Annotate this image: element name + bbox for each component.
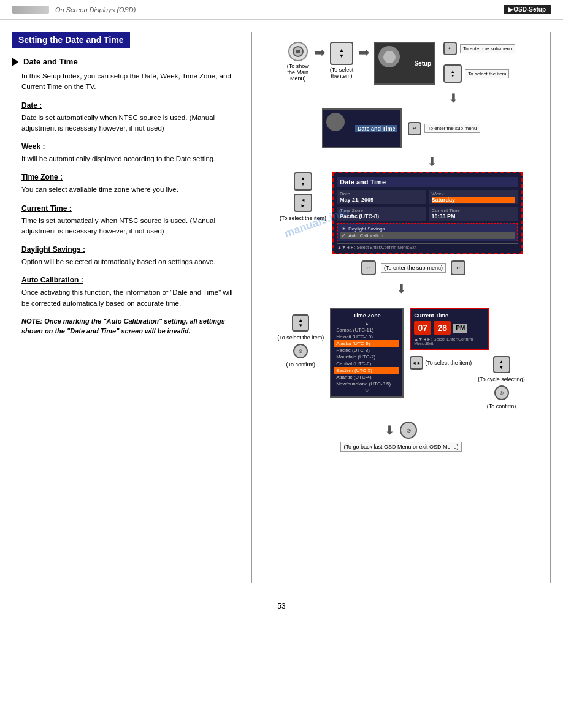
page-header: On Screen Displays (OSD) ▶OSD-Setup — [0, 0, 563, 20]
ct-controls: ◄► (To select the item) ▲▼ (To cycle sel… — [410, 356, 525, 409]
osd-ct-label: Current Time — [432, 208, 516, 213]
osd-date-field: Date May 21, 2005 — [337, 190, 426, 204]
bottom-panels: ▲▼ (To select the item) ◎ (To confirm) T… — [277, 308, 525, 409]
flow-right-arrow2: ➡ — [358, 45, 369, 61]
enter-btn-1[interactable]: ↵ — [443, 42, 457, 55]
ct-title: Current Time — [414, 313, 485, 319]
to-show-main-label: (To showthe MainMenu) — [287, 63, 309, 82]
down-arrow-1: ⬇ — [448, 91, 459, 105]
section-header: Date and Time — [12, 57, 242, 66]
tz-confirm-btn[interactable]: ◎ — [293, 344, 308, 358]
auto-calibration-heading: Auto Calibration : — [21, 275, 242, 286]
tz-arrow-down: ▽ — [334, 387, 399, 393]
osd-select-label: (To select the item) — [280, 215, 326, 221]
osd-nav-lr[interactable]: ◄► — [294, 194, 312, 212]
right-column: manuals.info (To showthe MainMenu) ➡ — [251, 32, 551, 583]
enter-submenu-text2: To enter the sub-menu — [424, 124, 480, 133]
enter-btn-2[interactable]: ↵ — [408, 122, 421, 135]
ct-cycle-label: (To cycle selecting) — [478, 376, 525, 382]
osd-week-value: Saturday — [432, 197, 516, 203]
tz-panel: Time Zone ▲ Samoa (UTC-11) Hawaii (UTC-1… — [330, 308, 404, 398]
osd-date-label: Date — [340, 191, 424, 197]
timezone-text: You can select available time zone where… — [21, 184, 242, 195]
step1-row: (To showthe MainMenu) ➡ ▲ ▼ (To selectth… — [287, 42, 516, 85]
osd-date-week-row: Date May 21, 2005 Week Saturday — [337, 190, 518, 204]
osd-ct-field: Current Time 10:33 PM — [429, 207, 518, 221]
osd-submenu-autocalibration: ✓ Auto Calibration... — [340, 232, 515, 239]
tz-item-alaska[interactable]: Alaska (UTC-9) — [334, 340, 399, 347]
tz-item-atlantic: Atlantic (UTC-4) — [334, 374, 399, 381]
osd-title: Date and Time — [337, 177, 518, 187]
osd-tz-field: Time Zone Pacific (UTC-8) — [337, 207, 426, 221]
tz-left-controls: ▲▼ (To select the item) ◎ (To confirm) — [277, 314, 324, 368]
select-item-annotation1: ▲ ▼ To select the item — [443, 64, 515, 83]
tz-arrow-up: ▲ — [334, 320, 399, 327]
ct-select-group: ◄► (To select the item) — [410, 356, 472, 370]
ct-lr-nav: ◄► (To select the item) — [410, 356, 472, 370]
current-time-text: Time is set automatically when NTSC sour… — [21, 216, 242, 237]
osd-nav-ud[interactable]: ▲▼ — [294, 172, 312, 191]
date-heading: Date : — [21, 100, 242, 111]
enter-submenu-text1: To enter the sub-menu — [460, 44, 515, 53]
osd-date-time-screen: Date and Time Date May 21, 2005 Week Sat… — [332, 172, 523, 254]
section-arrow-icon — [12, 58, 18, 66]
date-text: Date is set automatically when NTSC sour… — [21, 113, 242, 134]
intro-para: In this Setup Index, you can setup the D… — [21, 71, 242, 93]
enter-submenu-annotation1: ↵ To enter the sub-menu — [443, 42, 515, 55]
setup-screen-group: Setup — [374, 42, 435, 85]
main-menu-btn[interactable] — [288, 42, 308, 61]
osd-nav-hint: ▲▼◄►: Select Enter:Confirm Menu:Exit — [337, 243, 518, 249]
osd-submenu-daylight-text: Daylight Savings... — [348, 226, 389, 232]
nav-btn-annotation[interactable]: ▲ ▼ — [443, 64, 462, 83]
daylight-savings-text: Option will be selected automatically ba… — [21, 257, 242, 267]
osd-enter-submenu-row: ↵ (To enter the sub-menu) ↵ — [361, 260, 465, 275]
ct-nav-lr-btn[interactable]: ◄► — [410, 356, 423, 370]
ct-minute: 28 — [434, 321, 451, 335]
final-note: (To go back last OSD Menu or exit OSD Me… — [340, 442, 461, 452]
final-down-arrow: ⬇ — [385, 423, 395, 438]
osd-panel-row: ▲▼ ◄► (To select the item) Date and Time… — [280, 172, 523, 254]
osd-left-controls: ▲▼ ◄► (To select the item) — [280, 172, 326, 221]
step2-row: Date and Time ↵ To enter the sub-menu — [322, 108, 480, 148]
note-text: NOTE: Once marking the "Auto Calibration… — [21, 316, 242, 336]
final-confirm-btn[interactable]: ◎ — [400, 422, 417, 439]
daylight-savings-heading: Daylight Savings : — [21, 244, 242, 255]
flow-right-arrow1: ➡ — [314, 45, 325, 61]
enter-btn-4[interactable]: ↵ — [451, 260, 465, 275]
osd-week-field: Week Saturday — [429, 190, 518, 204]
tz-nav-ud[interactable]: ▲▼ — [292, 314, 309, 332]
date-time-screen-label: Date and Time — [355, 125, 397, 132]
ct-confirm-btn[interactable]: ◎ — [494, 385, 509, 400]
ct-hour: 07 — [414, 321, 431, 335]
header-osd-label: ▶OSD-Setup — [504, 5, 551, 14]
enter-submenu-text3: (To enter the sub-menu) — [381, 263, 446, 273]
osd-submenu-autocalibration-text: Auto Calibration... — [348, 233, 388, 238]
week-heading: Week : — [21, 141, 242, 152]
tz-item-samoa: Samoa (UTC-11) — [334, 327, 399, 333]
header-decoration — [12, 6, 49, 14]
down-arrow-3: ⬇ — [396, 281, 407, 296]
to-select-item-label: (To selectthe item) — [330, 67, 354, 79]
ct-panel: Current Time 07 28 PM ▲▼◄►: Select Enter… — [410, 308, 489, 350]
main-content: Setting the Date and Time Date and Time … — [0, 20, 563, 590]
tz-item-newfoundland: Newfoundland (UTC-3.5) — [334, 381, 399, 387]
ct-group: Current Time 07 28 PM ▲▼◄►: Select Enter… — [410, 308, 525, 409]
tz-item-hawaii: Hawaii (UTC-10) — [334, 333, 399, 340]
tz-confirm-label: (To confirm) — [286, 362, 315, 368]
enter-submenu-annotation2: ↵ To enter the sub-menu — [408, 122, 480, 135]
auto-calibration-text: Once activating this function, the infor… — [21, 287, 242, 309]
osd-tz-label: Time Zone — [340, 208, 424, 213]
step1-annotations: ↵ To enter the sub-menu ▲ ▼ To select th… — [443, 42, 515, 83]
down-arrow-2: ⬇ — [427, 154, 437, 169]
osd-tz-ct-row: Time Zone Pacific (UTC-8) Current Time 1… — [337, 207, 518, 221]
enter-btn-3[interactable]: ↵ — [361, 260, 376, 275]
tz-item-eastern[interactable]: Eastern (UTC-5) — [334, 367, 399, 374]
ct-ud-nav[interactable]: ▲▼ — [493, 356, 510, 373]
ct-digits-row: 07 28 PM — [414, 321, 485, 335]
week-text: It will be automatically displayed accor… — [21, 154, 242, 164]
osd-date-value: May 21, 2005 — [340, 197, 424, 203]
nav-btn-1[interactable]: ▲ ▼ — [330, 42, 353, 65]
osd-ct-value: 10:33 PM — [432, 213, 516, 219]
ct-nav-hint: ▲▼◄►: Select Enter:Confirm Menu:Exit — [414, 337, 485, 346]
page-number: 53 — [0, 602, 563, 610]
